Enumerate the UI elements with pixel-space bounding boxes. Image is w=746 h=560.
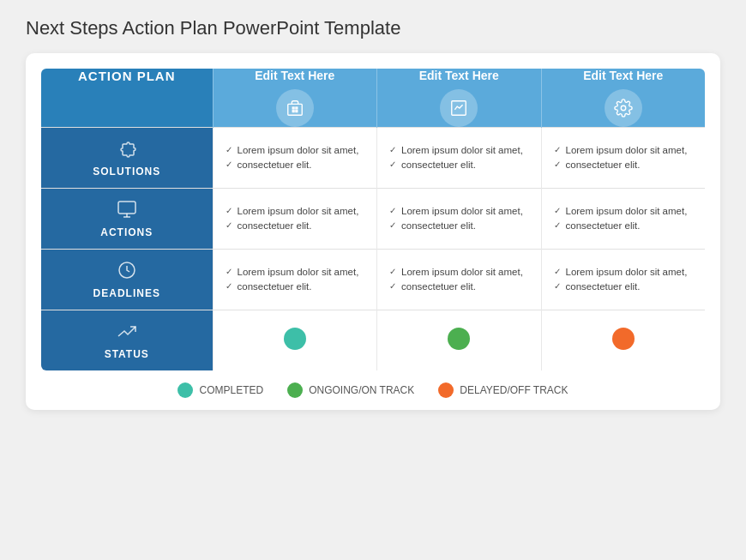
col2-title: Edit Text Here	[377, 69, 541, 82]
status-dot-cell-3	[541, 310, 705, 371]
col3-icon-circle	[605, 89, 642, 127]
deadlines-cell-2: Lorem ipsum dolor sit amet, consectetuer…	[377, 250, 542, 310]
actions-item-2-1: Lorem ipsum dolor sit amet,	[389, 204, 529, 219]
svg-rect-8	[118, 202, 135, 214]
status-row: STATUS	[41, 310, 705, 371]
deadlines-item-2-1: Lorem ipsum dolor sit amet,	[389, 265, 529, 280]
actions-cell-2: Lorem ipsum dolor sit amet, consectetuer…	[377, 189, 542, 250]
deadlines-item-1-2: consectetuer elit.	[226, 280, 365, 294]
column-header-3: Edit Text Here	[541, 69, 705, 128]
solutions-label-text: SOLUTIONS	[93, 166, 160, 178]
column-header-1: Edit Text Here	[213, 69, 377, 128]
svg-rect-3	[296, 107, 298, 109]
legend-delayed: DELAYED/OFF TRACK	[438, 382, 568, 398]
actions-item-3-1: Lorem ipsum dolor sit amet,	[554, 204, 694, 219]
actions-label-inner: ACTIONS	[48, 199, 206, 238]
solutions-item-2-2: consectetuer elit.	[389, 158, 529, 172]
svg-rect-4	[292, 111, 294, 112]
solutions-item-3-1: Lorem ipsum dolor sit amet,	[554, 143, 694, 158]
col1-title: Edit Text Here	[214, 69, 377, 82]
deadlines-row: DEADLINES Lorem ipsum dolor sit amet, co…	[41, 250, 705, 310]
legend-label-completed: COMPLETED	[199, 384, 263, 396]
gear-icon	[614, 99, 633, 117]
solutions-label-cell: SOLUTIONS	[41, 128, 213, 189]
action-plan-table: ACTION PLAN Edit Text Here	[41, 69, 705, 370]
svg-rect-2	[292, 107, 294, 109]
deadlines-label-inner: DEADLINES	[48, 260, 206, 299]
actions-item-1-2: consectetuer elit.	[226, 219, 365, 233]
solutions-cell-2: Lorem ipsum dolor sit amet, consectetuer…	[377, 128, 542, 189]
solutions-label-inner: SOLUTIONS	[48, 138, 206, 178]
building-icon	[286, 99, 304, 117]
actions-label-cell: ACTIONS	[41, 189, 213, 250]
monitor-icon	[117, 199, 137, 223]
legend-label-ongoing: ONGOING/ON TRACK	[309, 384, 414, 396]
svg-point-7	[621, 105, 626, 111]
status-dot-delayed	[612, 328, 635, 350]
deadlines-label-text: DEADLINES	[93, 287, 160, 299]
status-label-text: STATUS	[105, 348, 149, 360]
chart-icon	[449, 99, 468, 117]
actions-item-1-1: Lorem ipsum dolor sit amet,	[226, 204, 365, 219]
legend-label-delayed: DELAYED/OFF TRACK	[460, 384, 568, 396]
status-dot-ongoing	[448, 328, 470, 350]
actions-label-text: ACTIONS	[100, 226, 153, 238]
deadlines-label-cell: DEADLINES	[41, 250, 213, 310]
table-body: SOLUTIONS Lorem ipsum dolor sit amet, co…	[41, 128, 705, 371]
status-dot-cell-2	[377, 310, 542, 371]
deadlines-item-1-1: Lorem ipsum dolor sit amet,	[226, 265, 365, 280]
solutions-cell-3: Lorem ipsum dolor sit amet, consectetuer…	[541, 128, 705, 189]
status-dot-completed	[284, 328, 306, 350]
main-card: ACTION PLAN Edit Text Here	[26, 53, 720, 410]
action-plan-header: ACTION PLAN	[41, 69, 213, 128]
legend-ongoing: ONGOING/ON TRACK	[287, 382, 414, 398]
svg-rect-5	[296, 111, 298, 112]
col2-icon-circle	[440, 89, 478, 127]
legend-dot-completed	[177, 382, 193, 398]
deadlines-item-2-2: consectetuer elit.	[389, 280, 529, 294]
status-label-inner: STATUS	[48, 321, 206, 360]
actions-row: ACTIONS Lorem ipsum dolor sit amet, cons…	[41, 189, 705, 250]
column-header-2: Edit Text Here	[377, 69, 542, 128]
legend-dot-ongoing	[287, 382, 303, 398]
puzzle-icon	[117, 138, 137, 162]
solutions-item-2-1: Lorem ipsum dolor sit amet,	[389, 143, 529, 158]
deadlines-item-3-1: Lorem ipsum dolor sit amet,	[554, 265, 694, 280]
page-title: Next Steps Action Plan PowerPoint Templa…	[26, 17, 400, 39]
clock-icon	[117, 260, 137, 284]
status-label-cell: STATUS	[41, 310, 213, 371]
col1-icon-circle	[276, 89, 314, 127]
deadlines-item-3-2: consectetuer elit.	[554, 280, 694, 294]
deadlines-cell-3: Lorem ipsum dolor sit amet, consectetuer…	[541, 250, 705, 310]
legend: COMPLETED ONGOING/ON TRACK DELAYED/OFF T…	[41, 382, 705, 398]
solutions-cell-1: Lorem ipsum dolor sit amet, consectetuer…	[213, 128, 377, 189]
trending-icon	[117, 321, 137, 345]
svg-rect-0	[288, 104, 303, 115]
actions-cell-3: Lorem ipsum dolor sit amet, consectetuer…	[541, 189, 705, 250]
actions-cell-1: Lorem ipsum dolor sit amet, consectetuer…	[213, 189, 377, 250]
deadlines-cell-1: Lorem ipsum dolor sit amet, consectetuer…	[213, 250, 377, 310]
table-wrapper: ACTION PLAN Edit Text Here	[41, 69, 705, 370]
actions-item-3-2: consectetuer elit.	[554, 219, 694, 233]
actions-item-2-2: consectetuer elit.	[389, 219, 529, 233]
solutions-item-1-2: consectetuer elit.	[226, 158, 365, 172]
header-row: ACTION PLAN Edit Text Here	[41, 69, 705, 128]
solutions-item-1-1: Lorem ipsum dolor sit amet,	[226, 143, 365, 158]
status-dot-cell-1	[213, 310, 377, 371]
col3-title: Edit Text Here	[542, 69, 706, 82]
legend-completed: COMPLETED	[177, 382, 263, 398]
legend-dot-delayed	[438, 382, 454, 398]
solutions-item-3-2: consectetuer elit.	[554, 158, 694, 172]
solutions-row: SOLUTIONS Lorem ipsum dolor sit amet, co…	[41, 128, 705, 189]
